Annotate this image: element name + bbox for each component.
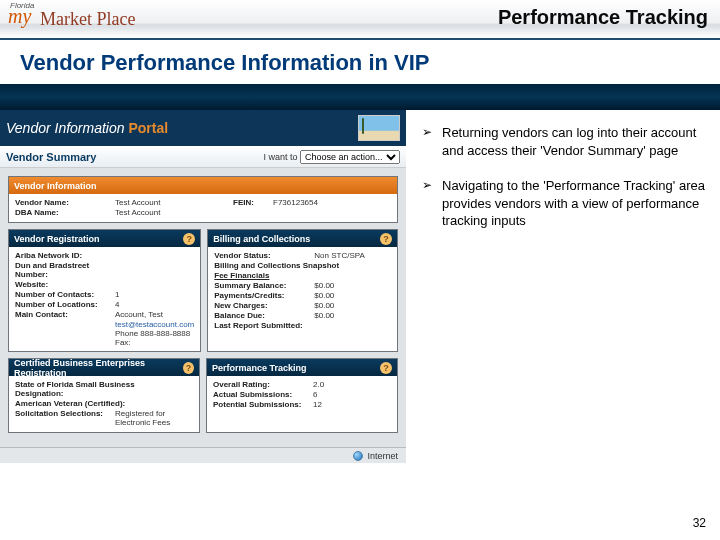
row-value: 1 <box>115 290 194 299</box>
row-value: $0.00 <box>314 301 391 310</box>
dropdown-label: I want to <box>263 152 297 162</box>
row-label: Last Report Submitted: <box>214 321 314 330</box>
row-value <box>314 321 391 330</box>
vendor-reg-body: Ariba Network ID: Dun and Bradstreet Num… <box>9 247 200 351</box>
row-label: Solicitation Selections: <box>15 409 115 427</box>
help-icon[interactable]: ? <box>183 233 195 245</box>
row-label: New Charges: <box>214 301 314 310</box>
page-body: Vendor Information Vendor Name: Test Acc… <box>0 168 406 447</box>
row-label: Fee Financials <box>214 271 391 280</box>
bullet-arrow-icon: ➢ <box>422 177 436 230</box>
row-value <box>115 251 194 260</box>
dba-value: Test Account <box>115 208 391 217</box>
vip-banner-text: Vendor Information Portal <box>6 120 168 136</box>
row-value: Non STC/SPA <box>314 251 391 260</box>
bullet-arrow-icon: ➢ <box>422 124 436 159</box>
row-value: 12 <box>313 400 391 409</box>
row-value: 2.0 <box>313 380 391 389</box>
vip-banner-left: Vendor Information <box>6 120 125 136</box>
vip-banner-right: Portal <box>128 120 168 136</box>
row-label: Summary Balance: <box>214 281 314 290</box>
help-icon[interactable]: ? <box>380 362 392 374</box>
screenshot-column: Vendor Information Portal Vendor Summary… <box>0 110 410 467</box>
row-label: Balance Due: <box>214 311 314 320</box>
row-value: $0.00 <box>314 311 391 320</box>
status-bar: Internet <box>0 447 406 463</box>
help-icon[interactable]: ? <box>380 233 392 245</box>
logo-prefix: my <box>8 5 31 28</box>
row-value: 6 <box>313 390 391 399</box>
vendor-info-title: Vendor Information <box>14 181 97 191</box>
action-dropdown[interactable]: I want to Choose an action... <box>263 150 400 164</box>
bullet-text: Returning vendors can log into their acc… <box>442 124 712 159</box>
dark-bar <box>0 84 720 110</box>
beach-image <box>358 115 400 141</box>
row-label: Actual Submissions: <box>213 390 313 399</box>
cbe-body: State of Florida Small Business Designat… <box>9 376 199 432</box>
logo-text: Market Place <box>40 9 135 30</box>
contact-fax: Fax: <box>115 338 194 347</box>
row-value: Account, Test <box>115 310 194 319</box>
sub-header-title: Vendor Summary <box>6 151 96 163</box>
row-label: Payments/Credits: <box>214 291 314 300</box>
performance-tracking-card: Performance Tracking ? Overall Rating:2.… <box>206 358 398 433</box>
logo: Florida my Market Place <box>0 0 135 39</box>
row-label: Website: <box>15 280 115 289</box>
vendor-registration-card: Vendor Registration ? Ariba Network ID: … <box>8 229 201 352</box>
cbe-header: Certified Business Enterprises Registrat… <box>9 359 199 376</box>
perf-header: Performance Tracking ? <box>207 359 397 376</box>
dba-label: DBA Name: <box>15 208 115 217</box>
page-number: 32 <box>693 516 706 530</box>
vip-banner: Vendor Information Portal <box>0 110 406 146</box>
vendor-info-card: Vendor Information Vendor Name: Test Acc… <box>8 176 398 223</box>
cbe-card: Certified Business Enterprises Registrat… <box>8 358 200 433</box>
vendor-reg-title: Vendor Registration <box>14 234 100 244</box>
vendor-name-label: Vendor Name: <box>15 198 115 207</box>
contact-phone: Phone 888-888-8888 <box>115 329 194 338</box>
sub-header: Vendor Summary I want to Choose an actio… <box>0 146 406 168</box>
globe-icon <box>353 451 363 461</box>
billing-header: Billing and Collections ? <box>208 230 397 247</box>
vendor-info-header: Vendor Information <box>9 177 397 194</box>
row-label: Number of Contacts: <box>15 290 115 299</box>
row-value <box>115 261 194 279</box>
row-value: Registered for Electronic Fees <box>115 409 193 427</box>
row-label: Dun and Bradstreet Number: <box>15 261 115 279</box>
row-label: American Veteran (Certified): <box>15 399 175 408</box>
bullet-item: ➢ Navigating to the 'Performance Trackin… <box>422 177 712 230</box>
row-value <box>115 280 194 289</box>
row-value: $0.00 <box>314 291 391 300</box>
slide-title: Vendor Performance Information in VIP <box>0 40 720 84</box>
row-label: Overall Rating: <box>213 380 313 389</box>
billing-title: Billing and Collections <box>213 234 310 244</box>
help-icon[interactable]: ? <box>183 362 194 374</box>
bullet-item: ➢ Returning vendors can log into their a… <box>422 124 712 159</box>
row-label: Main Contact: <box>15 310 115 319</box>
contact-email: test@testaccount.com <box>115 320 194 329</box>
row-label: Potential Submissions: <box>213 400 313 409</box>
row-label: Ariba Network ID: <box>15 251 115 260</box>
status-text: Internet <box>367 451 398 461</box>
header-title: Performance Tracking <box>498 6 708 29</box>
billing-body: Vendor Status:Non STC/SPA Billing and Co… <box>208 247 397 335</box>
action-select[interactable]: Choose an action... <box>300 150 400 164</box>
cbe-title: Certified Business Enterprises Registrat… <box>14 358 183 378</box>
top-bar: Florida my Market Place Performance Trac… <box>0 0 720 40</box>
row-value: 4 <box>115 300 194 309</box>
row-label: State of Florida Small Business Designat… <box>15 380 175 398</box>
row-label: Vendor Status: <box>214 251 314 260</box>
bullet-text: Navigating to the 'Performance Tracking'… <box>442 177 712 230</box>
fein-value: F736123654 <box>273 198 391 207</box>
fein-label: FEIN: <box>233 198 273 207</box>
perf-body: Overall Rating:2.0 Actual Submissions:6 … <box>207 376 397 414</box>
perf-title: Performance Tracking <box>212 363 307 373</box>
billing-card: Billing and Collections ? Vendor Status:… <box>207 229 398 352</box>
row-value: $0.00 <box>314 281 391 290</box>
vendor-reg-header: Vendor Registration ? <box>9 230 200 247</box>
row-label: Billing and Collections Snapshot <box>214 261 391 270</box>
row-label: Number of Locations: <box>15 300 115 309</box>
vendor-name-value: Test Account <box>115 198 233 207</box>
text-column: ➢ Returning vendors can log into their a… <box>410 110 720 467</box>
